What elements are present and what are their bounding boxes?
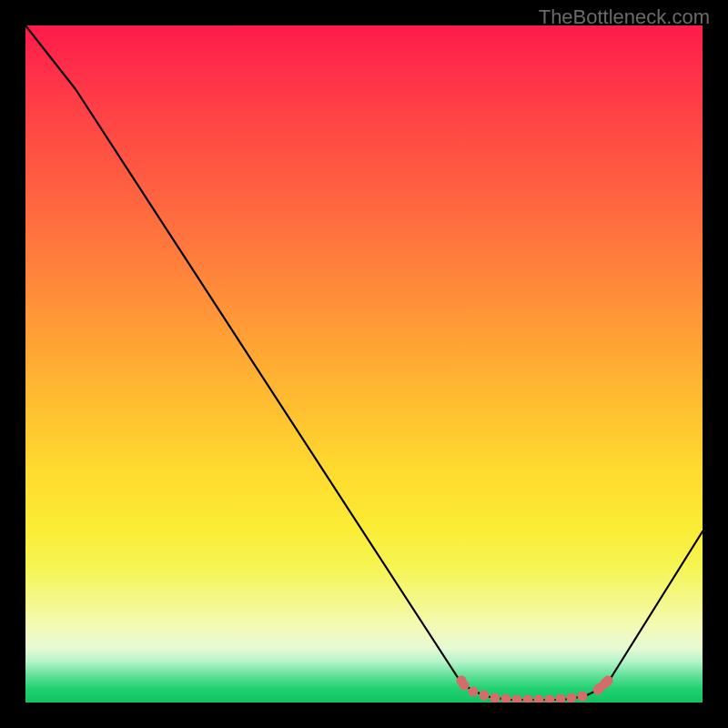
chart-marker	[556, 694, 566, 703]
chart-marker	[480, 691, 490, 701]
chart-plot-area	[25, 25, 703, 703]
chart-marker	[534, 695, 544, 703]
chart-marker-group	[457, 676, 613, 703]
chart-marker	[523, 695, 533, 703]
chart-svg	[25, 25, 703, 703]
chart-marker	[603, 676, 613, 686]
chart-marker	[501, 694, 511, 703]
chart-marker	[578, 692, 588, 702]
chart-marker	[545, 695, 555, 703]
chart-marker	[567, 693, 577, 703]
chart-marker	[512, 695, 522, 703]
chart-marker	[490, 693, 500, 703]
chart-marker	[469, 687, 479, 697]
chart-marker	[460, 681, 470, 691]
watermark-text: TheBottleneck.com	[539, 5, 710, 29]
chart-curve	[25, 25, 703, 700]
